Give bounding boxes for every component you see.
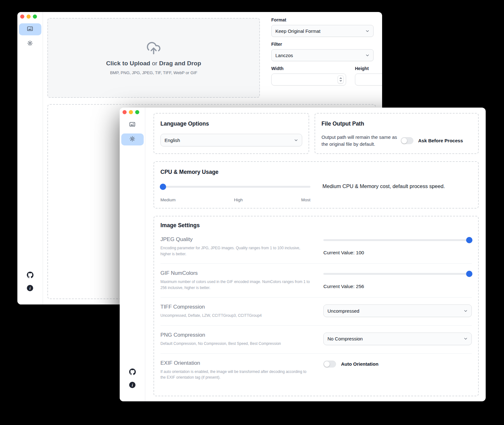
tiff-compression-select[interactable]: Uncompressed <box>323 304 472 317</box>
height-input[interactable] <box>358 77 382 82</box>
png-compression-select[interactable]: No Compression <box>323 333 472 345</box>
format-label: Format <box>271 17 374 22</box>
upload-title: Click to Upload or Drag and Drop <box>106 60 201 67</box>
format-select-value: Keep Original Format <box>275 28 321 34</box>
setting-title: EXIF Orientation <box>160 360 311 366</box>
width-input[interactable] <box>275 77 338 82</box>
label-most: Most <box>301 198 310 202</box>
setting-row-jpeg-quality: JPEG Quality Encoding parameter for JPG,… <box>160 230 472 263</box>
section-title: Language Options <box>160 121 302 127</box>
github-icon[interactable] <box>129 369 136 376</box>
current-value-text: Current Value: 100 <box>323 250 472 256</box>
upload-formats: BMP, PNG, JPG, JPEG, TIF, TIFF, WebP or … <box>110 70 197 75</box>
cpu-memory-section: CPU & Memory Usage Medium High Most Medi… <box>153 161 479 209</box>
filter-select[interactable]: Lanczos <box>271 49 374 61</box>
output-path-description: Output path will remain the same as the … <box>321 134 399 148</box>
setting-title: TIFF Compression <box>160 304 311 310</box>
info-icon[interactable]: i <box>27 285 33 291</box>
width-label: Width <box>271 66 346 71</box>
setting-title: JPEG Quality <box>160 236 311 243</box>
section-title: Image Settings <box>160 222 472 229</box>
slider-track <box>323 239 472 241</box>
minimize-button[interactable] <box>129 110 133 114</box>
tiff-compression-value: Uncompressed <box>327 308 359 314</box>
upload-dropzone[interactable]: Click to Upload or Drag and Drop BMP, PN… <box>47 18 260 98</box>
info-icon[interactable]: i <box>129 382 135 388</box>
github-icon[interactable] <box>27 272 33 280</box>
zoom-button[interactable] <box>135 110 139 114</box>
chevron-down-icon <box>365 29 370 33</box>
slider-track <box>160 186 310 188</box>
setting-description: Maximum number of colors used in the GIF… <box>160 279 311 291</box>
sidebar-item-images[interactable] <box>19 23 41 35</box>
language-select-value: English <box>165 138 180 143</box>
ask-before-process-toggle[interactable] <box>401 137 413 144</box>
up-down-stepper-icon[interactable] <box>338 75 344 84</box>
upload-title-drag: Drag and Drop <box>159 60 201 67</box>
window-controls <box>123 110 139 114</box>
height-label: Height <box>355 66 382 71</box>
setting-title: GIF NumColors <box>160 270 311 276</box>
gear-icon <box>129 136 135 143</box>
cpu-slider-labels: Medium High Most <box>160 198 310 202</box>
format-select[interactable]: Keep Original Format <box>271 25 374 37</box>
cpu-status-text: Medium CPU & Memory cost, default proces… <box>310 183 472 202</box>
filter-select-value: Lanczos <box>275 53 293 58</box>
upload-title-or: or <box>152 60 157 67</box>
jpeg-quality-slider[interactable] <box>323 237 472 243</box>
slider-track <box>323 273 472 275</box>
setting-title: PNG Compression <box>160 332 311 338</box>
image-icon <box>129 121 135 129</box>
section-title: CPU & Memory Usage <box>160 169 472 175</box>
setting-description: If auto orientation is enabled, the imag… <box>160 369 311 381</box>
sidebar-item-images[interactable] <box>121 119 144 131</box>
setting-description: Default Compression, No Compression, Bes… <box>160 341 311 347</box>
settings-main: Language Options English File Output Pat… <box>145 108 486 401</box>
setting-description: Encoding parameter for JPG, JPEG images.… <box>160 245 311 257</box>
sidebar-footer: i <box>17 272 43 291</box>
sidebar: i <box>120 108 145 401</box>
chevron-down-icon <box>365 53 370 58</box>
setting-row-png-compression: PNG Compression Default Compression, No … <box>160 325 472 353</box>
filter-label: Filter <box>271 42 374 47</box>
zoom-button[interactable] <box>33 15 37 19</box>
cloud-upload-icon <box>146 41 161 57</box>
upload-title-click: Click to Upload <box>106 60 150 67</box>
toggle-label: Auto Orientation <box>341 361 378 367</box>
auto-orientation-toggle[interactable] <box>323 361 336 368</box>
current-value-text: Current Value: 256 <box>323 284 472 289</box>
gear-icon <box>27 40 33 48</box>
file-output-path-section: File Output Path Output path will remain… <box>315 113 479 154</box>
sidebar-item-settings[interactable] <box>121 133 144 145</box>
minimize-button[interactable] <box>27 15 31 19</box>
cpu-memory-slider[interactable] <box>160 184 310 190</box>
setting-row-gif-numcolors: GIF NumColors Maximum number of colors u… <box>160 263 472 297</box>
image-icon <box>27 26 33 33</box>
window-controls <box>20 15 37 19</box>
close-button[interactable] <box>123 110 127 114</box>
width-input-wrap <box>271 74 346 86</box>
gif-numcolors-slider[interactable] <box>323 271 472 277</box>
height-input-wrap <box>355 74 382 86</box>
language-options-section: Language Options English <box>153 113 309 154</box>
label-medium: Medium <box>160 198 176 202</box>
toggle-label: Ask Before Process <box>418 138 463 143</box>
chevron-down-icon <box>294 138 298 143</box>
close-button[interactable] <box>20 15 24 19</box>
slider-thumb[interactable] <box>466 271 472 277</box>
section-title: File Output Path <box>321 121 472 127</box>
language-select[interactable]: English <box>160 134 302 146</box>
sidebar-item-settings[interactable] <box>19 38 41 50</box>
slider-thumb[interactable] <box>160 184 166 190</box>
chevron-down-icon <box>463 309 468 313</box>
label-high: High <box>234 198 243 202</box>
slider-thumb[interactable] <box>466 237 472 243</box>
convert-options-panel: Format Keep Original Format Filter Lancz… <box>271 17 374 86</box>
setting-description: Uncompressed, Deflate, LZW, CCITTGroup3,… <box>160 313 311 319</box>
image-settings-section: Image Settings JPEG Quality Encoding par… <box>153 216 479 396</box>
png-compression-value: No Compression <box>327 336 363 341</box>
chevron-down-icon <box>463 336 468 341</box>
sidebar-footer: i <box>120 369 145 388</box>
sidebar: i <box>17 12 43 304</box>
setting-row-tiff-compression: TIFF Compression Uncompressed, Deflate, … <box>160 297 472 325</box>
